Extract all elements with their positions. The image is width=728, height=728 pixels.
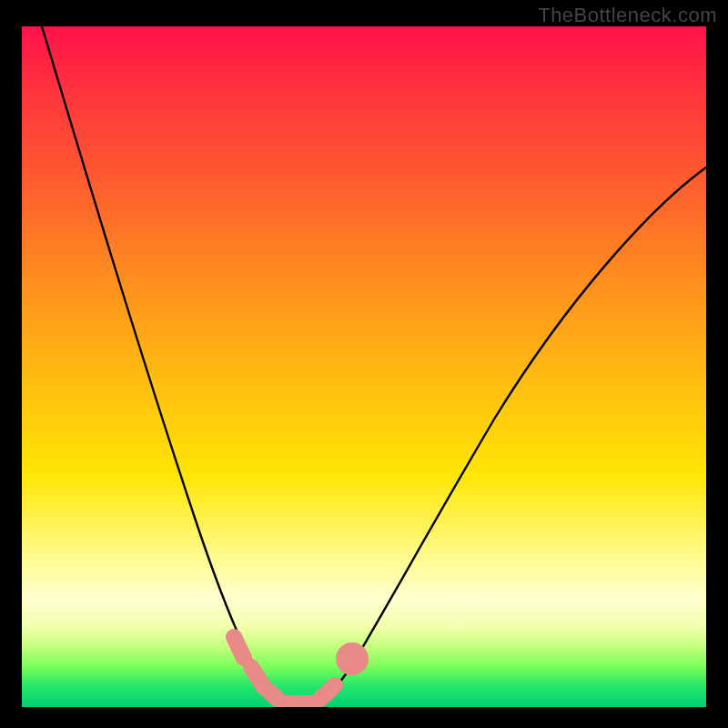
- bottleneck-curve-svg: [22, 26, 706, 707]
- svg-line-1: [251, 667, 264, 687]
- watermark-text: TheBottleneck.com: [538, 4, 717, 27]
- svg-point-5: [344, 651, 360, 667]
- bottleneck-curve-path: [42, 26, 706, 704]
- marker-cluster: [234, 637, 360, 703]
- svg-line-2: [269, 692, 280, 702]
- svg-line-4: [319, 685, 335, 700]
- chart-frame: TheBottleneck.com: [0, 0, 728, 728]
- svg-line-0: [234, 637, 244, 658]
- plot-area: [22, 26, 706, 707]
